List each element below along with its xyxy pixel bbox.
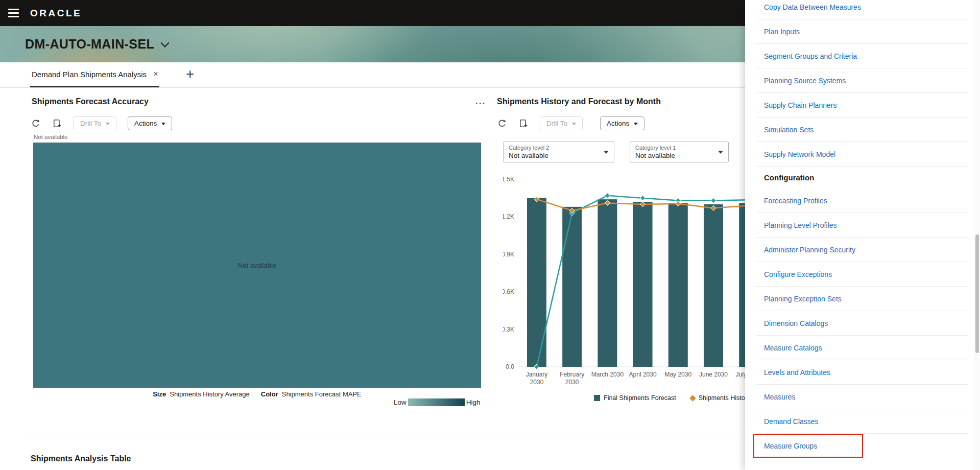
sidepanel-item-planning-level-profiles[interactable]: Planning Level Profiles bbox=[745, 213, 980, 238]
drill-to-button[interactable]: Drill To bbox=[74, 116, 116, 130]
svg-text:May 2030: May 2030 bbox=[664, 371, 691, 378]
sidepanel-item-label: Configure Exceptions bbox=[764, 270, 832, 278]
drill-to-button[interactable]: Drill To bbox=[540, 116, 583, 130]
shipments-analysis-table-title: Shipments Analysis Table bbox=[31, 454, 131, 463]
refresh-icon[interactable] bbox=[497, 116, 507, 130]
shipments-combo-chart[interactable]: 0.00.3K0.6K0.9K1.2K1.5KJanuary2030Februa… bbox=[503, 174, 781, 391]
tab-label: Demand Plan Shipments Analysis bbox=[32, 70, 147, 79]
sidepanel-item-dimension-catalogs[interactable]: Dimension Catalogs bbox=[745, 311, 980, 336]
svg-text:June 2030: June 2030 bbox=[699, 371, 728, 378]
sidepanel-item-label: Supply Network Model bbox=[764, 150, 835, 158]
legend-square-swatch bbox=[594, 395, 600, 401]
section-divider bbox=[24, 436, 744, 436]
sidepanel-item-copy-data-between-measures[interactable]: Copy Data Between Measures bbox=[745, 0, 980, 19]
legend-item[interactable]: Final Shipments Forecast bbox=[594, 394, 676, 402]
sidepanel-item-label: Supply Chain Planners bbox=[764, 101, 836, 109]
sidepanel-item-label: Plan Inputs bbox=[764, 28, 800, 36]
page-plus-icon[interactable] bbox=[52, 116, 62, 130]
history-forecast-toolbar: Drill To Actions bbox=[497, 116, 644, 130]
sidepanel-item-forecasting-profiles[interactable]: Forecasting Profiles bbox=[745, 189, 980, 213]
forecast-accuracy-toolbar: Drill To Actions bbox=[31, 116, 172, 130]
sidepanel-item-label: Planning Exception Sets bbox=[764, 295, 842, 303]
category-level-1-filter[interactable]: Category level 1 Not available bbox=[630, 142, 729, 162]
sidepanel-item-measure-groups[interactable]: Measure Groups bbox=[745, 434, 980, 458]
oracle-logo: ORACLE bbox=[30, 8, 82, 19]
forecast-accuracy-treemap[interactable]: Not available bbox=[33, 143, 481, 388]
history-forecast-title: Shipments History and Forecast by Month bbox=[497, 97, 661, 106]
color-scale-legend: Low High bbox=[394, 398, 481, 406]
scrollbar-thumb[interactable] bbox=[975, 234, 979, 353]
sidepanel-item-planning-source-systems[interactable]: Planning Source Systems bbox=[745, 68, 980, 93]
refresh-icon[interactable] bbox=[31, 116, 41, 130]
tab-demand-plan-shipments-analysis[interactable]: Demand Plan Shipments Analysis × bbox=[30, 62, 159, 87]
sidepanel-item-demand-classes[interactable]: Demand Classes bbox=[745, 409, 980, 434]
sidepanel-item-plan-inputs[interactable]: Plan Inputs bbox=[745, 19, 980, 44]
hamburger-menu-button[interactable] bbox=[8, 8, 21, 19]
forecast-accuracy-title: Shipments Forecast Accuracy bbox=[32, 97, 149, 106]
actions-button[interactable]: Actions bbox=[128, 116, 172, 130]
sidepanel-item-simulation-sets[interactable]: Simulation Sets bbox=[745, 118, 980, 142]
filter-label: Category level 2 bbox=[509, 144, 549, 151]
tasks-side-panel: Copy Data Between MeasuresPlan InputsSeg… bbox=[745, 0, 980, 470]
drill-to-label: Drill To bbox=[546, 120, 567, 127]
sidepanel-item-label: Planning Level Profiles bbox=[764, 221, 836, 229]
svg-text:March 2030: March 2030 bbox=[591, 371, 624, 378]
sidepanel-item-label: Measure Catalogs bbox=[764, 344, 822, 352]
sidepanel-item-label: Forecasting Profiles bbox=[764, 197, 827, 205]
sidepanel-item-label: Simulation Sets bbox=[764, 126, 814, 134]
size-color-legend: Size Shipments History Average Color Shi… bbox=[33, 390, 481, 398]
sidepanel-item-configure-exceptions[interactable]: Configure Exceptions bbox=[745, 262, 980, 287]
actions-button[interactable]: Actions bbox=[600, 116, 644, 130]
high-label: High bbox=[466, 398, 481, 406]
actions-label: Actions bbox=[607, 120, 629, 127]
close-icon[interactable]: × bbox=[153, 69, 158, 79]
overflow-menu-icon[interactable]: ⋯ bbox=[472, 97, 489, 109]
legend-diamond-swatch bbox=[689, 395, 696, 402]
plan-title-menu[interactable]: DM-AUTO-MAIN-SEL bbox=[25, 37, 168, 52]
actions-label: Actions bbox=[134, 120, 157, 127]
svg-text:February2030: February2030 bbox=[560, 371, 584, 386]
color-label: Color bbox=[261, 390, 278, 398]
sidepanel-item-label: Dimension Catalogs bbox=[764, 319, 828, 327]
filter-label: Category level 1 bbox=[635, 144, 676, 151]
sidepanel-item-label: Copy Data Between Measures bbox=[764, 3, 861, 11]
chevron-down-icon bbox=[161, 38, 170, 47]
color-value: Shipments Forecast MAPE bbox=[282, 390, 362, 398]
sidepanel-item-administer-planning-security[interactable]: Administer Planning Security bbox=[745, 238, 980, 262]
filter-value: Not available bbox=[635, 151, 676, 160]
svg-text:0.6K: 0.6K bbox=[503, 288, 514, 295]
sidepanel-item-measure-catalogs[interactable]: Measure Catalogs bbox=[745, 336, 980, 360]
drill-to-label: Drill To bbox=[80, 120, 101, 127]
svg-text:April 2030: April 2030 bbox=[629, 371, 657, 378]
sidepanel-item-label: Demand Classes bbox=[764, 417, 819, 426]
chart-legend: Final Shipments Forecast Shipments Histo… bbox=[594, 394, 761, 402]
sidepanel-item-supply-chain-planners[interactable]: Supply Chain Planners bbox=[745, 93, 980, 118]
sidepanel-item-label: Administer Planning Security bbox=[764, 246, 855, 254]
chevron-down-icon bbox=[106, 123, 110, 125]
hamburger-icon bbox=[8, 16, 19, 17]
svg-text:1.2K: 1.2K bbox=[503, 213, 514, 220]
app-screen: ORACLE DM-AUTO-MAIN-SEL Demand Plan Ship… bbox=[0, 0, 980, 470]
sidepanel-item-segment-groups-and-criteria[interactable]: Segment Groups and Criteria bbox=[745, 44, 980, 68]
legend-label: Final Shipments Forecast bbox=[604, 394, 676, 402]
treemap-group-label: Not available bbox=[34, 134, 67, 140]
page-plus-icon[interactable] bbox=[518, 116, 529, 130]
hamburger-icon bbox=[8, 12, 19, 13]
sidepanel-item-label: Levels and Attributes bbox=[764, 368, 830, 377]
chevron-down-icon bbox=[161, 123, 165, 125]
low-label: Low bbox=[394, 398, 407, 406]
size-value: Shipments History Average bbox=[170, 390, 250, 398]
category-level-2-filter[interactable]: Category level 2 Not available bbox=[503, 142, 614, 162]
sidepanel-item-measures[interactable]: Measures bbox=[745, 385, 980, 409]
svg-text:1.5K: 1.5K bbox=[503, 176, 514, 183]
add-tab-button[interactable]: + bbox=[183, 66, 197, 82]
sidepanel-item-planning-exception-sets[interactable]: Planning Exception Sets bbox=[745, 287, 980, 311]
size-label: Size bbox=[153, 390, 166, 398]
sidepanel-item-supply-network-model[interactable]: Supply Network Model bbox=[745, 142, 980, 167]
sidepanel-item-label: Planning Source Systems bbox=[764, 77, 846, 85]
sidepanel-item-label: Segment Groups and Criteria bbox=[764, 52, 857, 60]
sidepanel-item-levels-and-attributes[interactable]: Levels and Attributes bbox=[745, 360, 980, 385]
svg-text:0.9K: 0.9K bbox=[503, 251, 514, 258]
chevron-down-icon bbox=[634, 123, 638, 125]
filter-value: Not available bbox=[509, 151, 549, 160]
